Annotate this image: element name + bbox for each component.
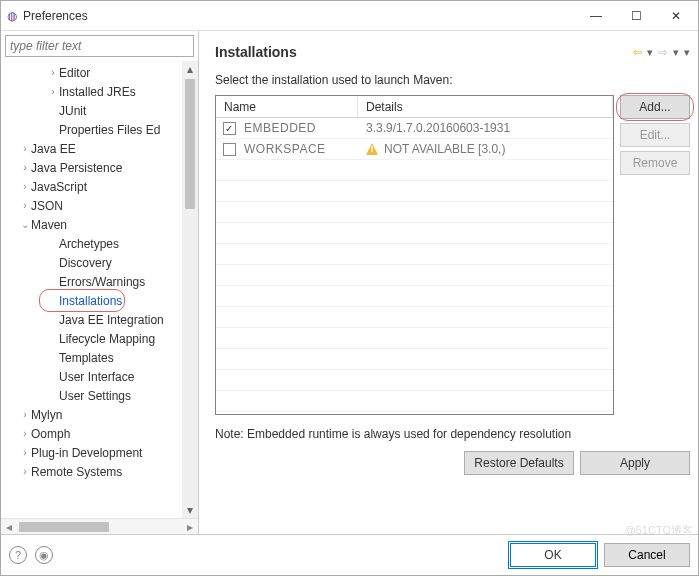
remove-button: Remove (620, 151, 690, 175)
scroll-right-icon[interactable]: ▸ (182, 520, 198, 534)
restore-defaults-button[interactable]: Restore Defaults (464, 451, 574, 475)
tree-item-java-ee-integration[interactable]: Java EE Integration (1, 310, 182, 329)
tree-item-label: Errors/Warnings (59, 275, 145, 289)
page-title: Installations (215, 44, 631, 60)
table-row[interactable]: WORKSPACE!NOT AVAILABLE [3.0,) (216, 139, 613, 160)
chevron-right-icon: › (19, 466, 31, 477)
tree-item-lifecycle-mapping[interactable]: Lifecycle Mapping (1, 329, 182, 348)
tree-item-label: User Interface (59, 370, 134, 384)
watermark: @51CTO博客 (625, 523, 693, 538)
tree-item-discovery[interactable]: Discovery (1, 253, 182, 272)
tree-item-properties-files-ed[interactable]: Properties Files Ed (1, 120, 182, 139)
forward-icon[interactable]: ⇨ (658, 46, 667, 58)
cancel-button[interactable]: Cancel (604, 543, 690, 567)
row-checkbox[interactable]: ✓ (223, 122, 236, 135)
tree-item-user-interface[interactable]: User Interface (1, 367, 182, 386)
table-row-empty (216, 244, 613, 265)
tree-item-oomph[interactable]: ›Oomph (1, 424, 182, 443)
tree-item-label: Templates (59, 351, 114, 365)
target-icon[interactable]: ◉ (35, 546, 53, 564)
tree-item-user-settings[interactable]: User Settings (1, 386, 182, 405)
table-header: Name Details (216, 96, 613, 118)
content-pane: Installations ⇦ ▾ ⇨ ▾ ▾ Select the insta… (199, 31, 698, 534)
sidebar: ›Editor›Installed JREsJUnitProperties Fi… (1, 31, 199, 534)
table-row-empty (216, 202, 613, 223)
tree-item-label: Discovery (59, 256, 112, 270)
row-checkbox[interactable] (223, 143, 236, 156)
page-description: Select the installation used to launch M… (215, 73, 690, 87)
row-details: !NOT AVAILABLE [3.0,) (358, 142, 613, 156)
column-details[interactable]: Details (358, 96, 613, 117)
chevron-right-icon: › (47, 67, 59, 78)
table-row-empty (216, 328, 613, 349)
tree-scrollbar[interactable]: ▴ ▾ (182, 61, 198, 518)
tree-item-java-persistence[interactable]: ›Java Persistence (1, 158, 182, 177)
row-name: EMBEDDED (242, 121, 358, 135)
tree-item-label: Lifecycle Mapping (59, 332, 155, 346)
titlebar: ◍ Preferences — ☐ ✕ (1, 1, 698, 31)
back-menu-icon[interactable]: ▾ (647, 46, 653, 58)
tree-item-installations[interactable]: Installations (1, 291, 182, 310)
tree-item-label: Java EE Integration (59, 313, 164, 327)
tree-item-editor[interactable]: ›Editor (1, 63, 182, 82)
page-note: Note: Embedded runtime is always used fo… (215, 427, 690, 441)
tree-item-java-ee[interactable]: ›Java EE (1, 139, 182, 158)
chevron-right-icon: › (19, 409, 31, 420)
apply-button[interactable]: Apply (580, 451, 690, 475)
hscroll-thumb[interactable] (19, 522, 109, 532)
scroll-down-icon[interactable]: ▾ (182, 502, 198, 518)
footer: ? ◉ OK Cancel (1, 534, 698, 575)
scroll-left-icon[interactable]: ◂ (1, 520, 17, 534)
nav-icons: ⇦ ▾ ⇨ ▾ ▾ (631, 45, 690, 59)
window-title: Preferences (23, 9, 576, 23)
forward-menu-icon[interactable]: ▾ (673, 46, 679, 58)
table-row-empty (216, 391, 613, 412)
tree-item-mylyn[interactable]: ›Mylyn (1, 405, 182, 424)
tree-item-installed-jres[interactable]: ›Installed JREs (1, 82, 182, 101)
column-name[interactable]: Name (216, 96, 358, 117)
scroll-up-icon[interactable]: ▴ (182, 61, 198, 77)
tree-item-label: Java Persistence (31, 161, 122, 175)
tree-item-maven[interactable]: ⌄Maven (1, 215, 182, 234)
chevron-right-icon: › (19, 162, 31, 173)
tree-item-label: Plug-in Development (31, 446, 142, 460)
tree-item-label: Mylyn (31, 408, 62, 422)
tree-item-templates[interactable]: Templates (1, 348, 182, 367)
tree-item-errors-warnings[interactable]: Errors/Warnings (1, 272, 182, 291)
chevron-right-icon: › (47, 86, 59, 97)
chevron-right-icon: › (19, 428, 31, 439)
minimize-button[interactable]: — (576, 2, 616, 30)
tree-item-remote-systems[interactable]: ›Remote Systems (1, 462, 182, 481)
table-row-empty (216, 307, 613, 328)
tree-item-label: Java EE (31, 142, 76, 156)
back-icon[interactable]: ⇦ (633, 46, 642, 58)
maximize-button[interactable]: ☐ (616, 2, 656, 30)
tree-item-plug-in-development[interactable]: ›Plug-in Development (1, 443, 182, 462)
table-row-empty (216, 349, 613, 370)
row-details: 3.3.9/1.7.0.20160603-1931 (358, 121, 613, 135)
tree-item-javascript[interactable]: ›JavaScript (1, 177, 182, 196)
preference-tree[interactable]: ›Editor›Installed JREsJUnitProperties Fi… (1, 61, 182, 518)
tree-item-label: Installed JREs (59, 85, 136, 99)
table-row[interactable]: ✓EMBEDDED3.3.9/1.7.0.20160603-1931 (216, 118, 613, 139)
tree-item-label: Oomph (31, 427, 70, 441)
tree-item-archetypes[interactable]: Archetypes (1, 234, 182, 253)
help-icon[interactable]: ? (9, 546, 27, 564)
warning-icon: ! (366, 143, 378, 155)
tree-item-junit[interactable]: JUnit (1, 101, 182, 120)
chevron-down-icon: ⌄ (19, 219, 31, 230)
close-button[interactable]: ✕ (656, 2, 696, 30)
add-button[interactable]: Add... (620, 95, 690, 119)
view-menu-icon[interactable]: ▾ (684, 46, 690, 58)
filter-input[interactable] (5, 35, 194, 57)
ok-button[interactable]: OK (510, 543, 596, 567)
table-row-empty (216, 265, 613, 286)
scroll-thumb[interactable] (185, 79, 195, 209)
tree-item-label: Installations (59, 294, 122, 308)
tree-item-json[interactable]: ›JSON (1, 196, 182, 215)
tree-hscrollbar[interactable]: ◂ ▸ (1, 518, 198, 534)
tree-item-label: JSON (31, 199, 63, 213)
tree-item-label: JavaScript (31, 180, 87, 194)
installations-table[interactable]: Name Details ✓EMBEDDED3.3.9/1.7.0.201606… (215, 95, 614, 415)
tree-item-label: Properties Files Ed (59, 123, 160, 137)
